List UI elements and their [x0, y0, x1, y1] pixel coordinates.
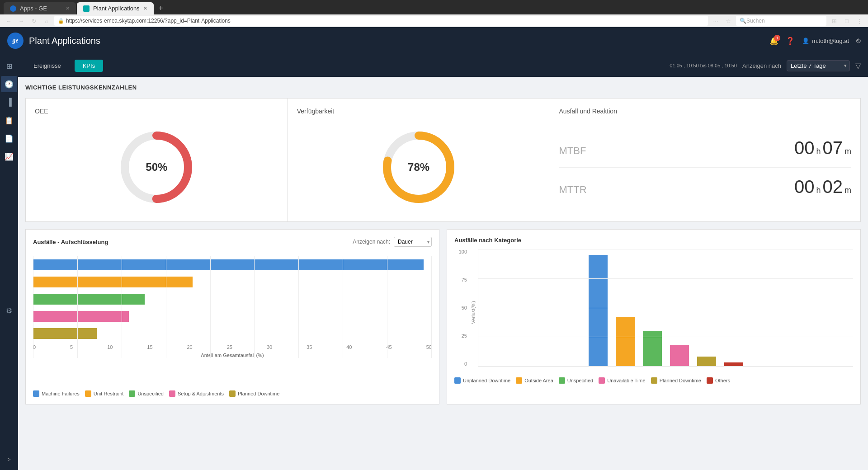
new-tab-button[interactable]: + [155, 2, 167, 14]
x-axis-ticks: 0 5 10 15 20 25 30 35 40 45 50 [33, 344, 432, 350]
cat-legend-item-planned-downtime: Planned Downtime [651, 377, 701, 384]
mtbf-row: MTBF 00 h 07 m [559, 129, 852, 168]
toolbar: Ereignisse KPIs 01.05., 10:50 bis 08.05.… [18, 54, 868, 77]
user-name: m.toth@tug.at [812, 38, 849, 44]
y-axis: 100 75 50 25 0 [454, 249, 471, 376]
browser-chrome: Apps - GE ✕ Plant Applications ✕ + ← → ↻… [0, 0, 868, 27]
bar-fill-1 [33, 277, 193, 287]
ge-logo: ge [7, 33, 24, 49]
tab-favicon-ge [10, 5, 16, 12]
user-icon: 👤 [802, 38, 809, 44]
tab-plant-applications[interactable]: Plant Applications ✕ [77, 2, 154, 14]
forward-button[interactable]: → [16, 16, 26, 26]
bar-row-4 [33, 328, 432, 339]
cat-legend-label-unavailable: Unavailable Time [607, 378, 645, 383]
legend-item-unspecified: Unspecified [129, 390, 163, 397]
cat-legend-dot-outside-area [516, 377, 522, 384]
legend-label-unspecified: Unspecified [137, 391, 163, 396]
help-icon[interactable]: ❓ [786, 37, 795, 45]
category-chart-content: 100 75 50 25 0 Verlust(%) [454, 249, 853, 376]
cat-legend-item-others: Others [707, 377, 730, 384]
period-dropdown[interactable]: Letzte 7 Tage Letzte 30 Tage Letzte 24 S… [787, 60, 850, 71]
sidebar-item-clock[interactable]: 🕐 [1, 76, 17, 92]
cat-legend-label-planned-downtime: Planned Downtime [660, 378, 701, 383]
main-content: Ereignisse KPIs 01.05., 10:50 bis 08.05.… [18, 54, 868, 470]
cat-bar-fill-3 [670, 345, 689, 366]
sidebar-item-calendar[interactable]: 📋 [1, 112, 17, 128]
legend-dot-machine-failures [33, 390, 39, 397]
nav-extra-2[interactable]: ☆ [723, 16, 733, 26]
breakdown-chart-title: Ausfälle - Aufschlüsselung [33, 239, 108, 245]
availability-value: 78% [408, 161, 429, 174]
oee-content: 50% [35, 122, 278, 212]
cat-legend-item-outside-area: Outside Area [516, 377, 553, 384]
h-grid-line-25 [478, 337, 853, 337]
bar-chart-container: 0 5 10 15 20 25 30 35 40 45 50 Ante [33, 252, 432, 385]
ausfall-content: MTBF 00 h 07 m MTTR [559, 122, 852, 212]
category-chart-header: Ausfälle nach Kategorie [454, 237, 853, 244]
cat-bar-fill-1 [616, 317, 635, 366]
sidebar-expand-btn[interactable]: > [7, 456, 10, 466]
availability-donut: 78% [378, 127, 459, 208]
sidebar-item-grid[interactable]: ⊞ [1, 58, 17, 74]
browser-menu-3[interactable]: ⋮ [854, 16, 864, 26]
notification-badge: 1 [774, 35, 780, 41]
mtbf-value-group: 00 h 07 m [794, 138, 851, 158]
cat-bar-fill-4 [697, 357, 716, 366]
mtbf-m-unit: m [844, 147, 851, 156]
tab-label-apps-ge: Apps - GE [20, 5, 47, 12]
browser-menu-1[interactable]: ⊞ [829, 16, 839, 26]
cat-bar-fill-5 [724, 362, 743, 366]
availability-content: 78% [297, 122, 541, 212]
kpi-section-title: WICHTIGE LEISTUNGSKENNZAHLEN [25, 84, 861, 91]
bar-row-2 [33, 294, 432, 305]
mttr-value-group: 00 h 02 m [794, 177, 851, 197]
browser-nav-bar: ← → ↻ ⌂ 🔒 https://services-emea.skytap.c… [0, 14, 868, 27]
filter-icon[interactable]: ▽ [855, 61, 861, 70]
tab-close-plant-applications[interactable]: ✕ [143, 5, 147, 11]
tab-close-apps-ge[interactable]: ✕ [66, 5, 70, 11]
legend-label-machine-failures: Machine Failures [42, 391, 80, 396]
search-bar[interactable]: 🔍 Suchen [736, 16, 826, 26]
oee-title: OEE [35, 108, 278, 115]
y-axis-label: Verlust(%) [471, 249, 476, 376]
cat-legend-dot-unplanned [454, 377, 461, 384]
bar-fill-4 [33, 328, 97, 339]
bar-chart-bars [33, 256, 432, 343]
breakdown-dropdown[interactable]: Dauer Häufigkeit [394, 237, 432, 247]
logout-icon[interactable]: ⎋ [856, 37, 861, 45]
home-button[interactable]: ⌂ [42, 16, 52, 26]
back-button[interactable]: ← [4, 16, 14, 26]
tab-favicon-pa [83, 5, 90, 12]
header-icons: 🔔 1 ❓ 👤 m.toth@tug.at ⎋ [769, 37, 861, 45]
bar-fill-3 [33, 311, 129, 322]
breakdown-chart-card: Ausfälle - Aufschlüsselung Anzeigen nach… [25, 229, 439, 404]
mttr-h-unit: h [816, 186, 821, 195]
tab-button-ereignisse[interactable]: Ereignisse [25, 60, 69, 72]
sidebar: ⊞ 🕐 ▐ 📋 📄 📈 ⚙ > [0, 54, 18, 470]
browser-menu-2[interactable]: □ [842, 16, 852, 26]
sidebar-item-document[interactable]: 📄 [1, 130, 17, 146]
tab-apps-ge[interactable]: Apps - GE ✕ [4, 2, 76, 14]
oee-value: 50% [146, 161, 167, 174]
search-icon: 🔍 [740, 18, 746, 24]
legend-item-unit-restraint: Unit Restraint [85, 390, 124, 397]
bar-row-3 [33, 311, 432, 322]
availability-title: Verfügbarkeit [297, 108, 541, 115]
sidebar-item-analytics[interactable]: 📈 [1, 148, 17, 164]
cat-legend-dot-unspecified [559, 377, 565, 384]
y-tick-50: 50 [462, 305, 467, 310]
sidebar-item-bar-chart[interactable]: ▐ [1, 94, 17, 110]
bar-row-0 [33, 259, 432, 270]
tab-button-kpis[interactable]: KPIs [75, 60, 103, 72]
mttr-label: MTTR [559, 184, 587, 196]
mtbf-h-unit: h [816, 147, 821, 156]
show-label: Anzeigen nach [742, 62, 781, 69]
breakdown-dropdown-wrapper: Dauer Häufigkeit [394, 237, 432, 247]
refresh-button[interactable]: ↻ [29, 16, 39, 26]
sidebar-item-settings[interactable]: ⚙ [1, 302, 17, 319]
address-bar[interactable]: 🔒 https://services-emea.skytap.com:12256… [54, 16, 708, 26]
legend-dot-unit-restraint [85, 390, 91, 397]
nav-extra-1[interactable]: ··· [711, 16, 721, 26]
notifications-icon[interactable]: 🔔 1 [769, 37, 778, 45]
